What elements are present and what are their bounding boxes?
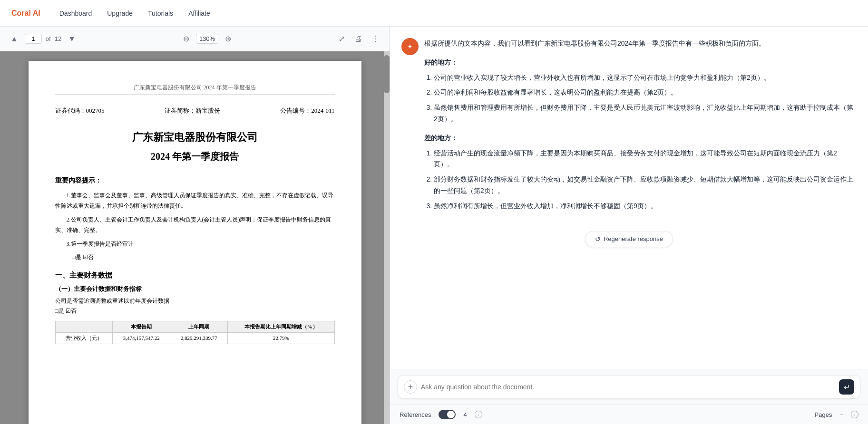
zoom-in-button[interactable]: ⊕ [222,32,234,45]
bad-list: 经营活动产生的现金流量净额下降，主要是因为本期购买商品、接受劳务支付的现金增加，… [424,148,857,212]
nav-dashboard[interactable]: Dashboard [59,10,92,17]
top-nav: Coral AI Dashboard Upgrade Tutorials Aff… [0,0,868,27]
audit-yn: □是 ☑否 [55,253,335,261]
regenerate-label: Regenerate response [604,235,663,242]
plus-icon: + [408,382,413,392]
nav-upgrade[interactable]: Upgrade [107,10,133,17]
response-intro: 根据所提供的文本内容，我们可以看到广东新宝电器股份有限公司2024年第一季度报告… [424,38,857,49]
chat-messages[interactable]: ✦ 根据所提供的文本内容，我们可以看到广东新宝电器股份有限公司2024年第一季度… [390,27,868,369]
pdf-content[interactable]: 广东新宝电器股份有限公司 2024 年第一季度报告 证券代码：002705 证券… [0,51,390,424]
important-title: 重要内容提示： [55,176,335,185]
zoom-level[interactable]: 130% [196,34,218,44]
section1-title: 一、主要财务数据 [55,271,335,280]
col-change: 本报告期比上年同期增减（%） [228,321,334,332]
doc-header: 广东新宝电器股份有限公司 2024 年第一季度报告 [55,84,335,95]
chat-input-area: + ↵ References 4 i Pages − [390,369,868,424]
para2: 2.公司负责人、主管会计工作负责人及会计机构负责人(会计主管人员)声明：保证季度… [55,215,335,235]
col-prior: 上年同期 [170,321,228,332]
chat-send-button[interactable]: ↵ [839,379,854,395]
expand-icon: ⤢ [339,34,345,43]
doc-title-sub: 2024 年第一季度报告 [55,150,335,163]
meta-notice: 公告编号：2024-011 [280,106,334,115]
pdf-page: 广东新宝电器股份有限公司 2024 年第一季度报告 证券代码：002705 证券… [29,61,361,424]
pages-info-icon[interactable]: i [851,411,858,418]
pages-label: Pages [815,411,832,418]
row-col2: 2,829,291,339.77 [170,332,228,344]
send-icon: ↵ [844,383,850,392]
toggle-thumb [447,411,455,418]
bad-item-1: 经营活动产生的现金流量净额下降，主要是因为本期购买商品、接受劳务支付的现金增加，… [434,148,857,171]
page-up-button[interactable]: ▲ [8,33,21,45]
page-of-label: of [46,35,51,42]
col-label [55,321,113,332]
pdf-scrollbar-thumb[interactable] [384,55,390,93]
good-label: 好的地方： [424,57,857,68]
section1: 一、主要财务数据 （一）主要会计数据和财务指标 公司是否需追溯调整或重述以前年度… [55,271,335,344]
references-count: 4 [463,411,467,418]
pdf-panel: ▲ of 12 ▼ ⊖ 130% ⊕ ⤢ 🖨 ⋮ [0,27,390,424]
meta-code: 证券代码：002705 [55,106,105,115]
para1: 1.董事会、监事会及董事、监事、高级管理人员保证季度报告的真实、准确、完整，不存… [55,191,335,211]
ai-avatar-icon: ✦ [407,43,413,50]
chat-attach-button[interactable]: + [404,380,417,394]
good-list: 公司的营业收入实现了较大增长，营业外收入也有所增加，这显示了公司在市场上的竞争力… [424,72,857,125]
chat-bottom-bar: References 4 i Pages − i [390,405,868,424]
zoom-out-icon: ⊖ [183,34,189,43]
chat-bubble: 根据所提供的文本内容，我们可以看到广东新宝电器股份有限公司2024年第一季度报告… [424,38,857,218]
table-note-yn: □是 ☑否 [55,307,335,315]
good-item-3: 虽然销售费用和管理费用有所增长，但财务费用下降，主要是受人民币兑美元汇率波动影响… [434,102,857,125]
ai-avatar: ✦ [401,38,419,55]
references-info-icon[interactable]: i [475,411,482,418]
bad-label: 差的地方： [424,133,857,144]
col-current: 本报告期 [113,321,170,332]
print-button[interactable]: 🖨 [351,33,365,45]
more-icon: ⋮ [371,34,379,43]
nav-tutorials[interactable]: Tutorials [148,10,173,17]
regenerate-button[interactable]: ↺ Regenerate response [585,231,673,247]
meta-abbr: 证券简称：新宝股份 [165,106,220,115]
financial-table: 本报告期 上年同期 本报告期比上年同期增减（%） 营业收入（元） 3,474,1… [55,321,335,344]
regenerate-icon: ↺ [595,235,601,243]
main-area: ▲ of 12 ▼ ⊖ 130% ⊕ ⤢ 🖨 ⋮ [0,27,868,424]
references-toggle[interactable] [439,410,456,419]
table-row: 营业收入（元） 3,474,157,547.22 2,829,291,339.7… [55,332,334,344]
page-total: 12 [55,35,61,42]
row-col3: 22.79% [228,332,334,344]
chat-input-box: + ↵ [398,375,860,399]
page-down-button[interactable]: ▼ [65,33,78,45]
expand-button[interactable]: ⤢ [336,32,348,45]
zoom-in-icon: ⊕ [225,34,231,43]
brand-logo[interactable]: Coral AI [11,9,40,18]
para3: 3.第一季度报告是否经审计 [55,239,335,250]
pages-minus[interactable]: − [839,411,843,418]
row-label: 营业收入（元） [55,332,113,344]
chat-panel: ✦ 根据所提供的文本内容，我们可以看到广东新宝电器股份有限公司2024年第一季度… [390,27,868,424]
section1-sub: （一）主要会计数据和财务指标 [55,285,335,293]
references-label: References [400,411,431,418]
row-col1: 3,474,157,547.22 [113,332,170,344]
table: 本报告期 上年同期 本报告期比上年同期增减（%） 营业收入（元） 3,474,1… [55,321,335,344]
table-note: 公司是否需追溯调整或重述以前年度会计数据 [55,297,335,305]
doc-title-main: 广东新宝电器股份有限公司 [55,130,335,145]
more-options-button[interactable]: ⋮ [369,32,382,45]
good-item-1: 公司的营业收入实现了较大增长，营业外收入也有所增加，这显示了公司在市场上的竞争力… [434,72,857,84]
print-icon: 🖨 [354,35,362,43]
nav-affiliate[interactable]: Affiliate [188,10,210,17]
doc-meta: 证券代码：002705 证券简称：新宝股份 公告编号：2024-011 [55,106,335,115]
pdf-scrollbar[interactable] [384,51,390,424]
chat-input-field[interactable] [421,383,835,391]
zoom-out-button[interactable]: ⊖ [180,32,192,45]
bad-item-3: 虽然净利润有所增长，但营业外收入增加，净利润增长不够稳固（第9页）。 [434,201,857,212]
ai-message: ✦ 根据所提供的文本内容，我们可以看到广东新宝电器股份有限公司2024年第一季度… [401,38,857,218]
bad-item-2: 部分财务数据和财务指标发生了较大的变动，如交易性金融资产下降、应收款项融资减少、… [434,174,857,197]
pdf-toolbar: ▲ of 12 ▼ ⊖ 130% ⊕ ⤢ 🖨 ⋮ [0,27,390,51]
good-item-2: 公司的净利润和每股收益都有显著增长，这表明公司的盈利能力在提高（第2页）。 [434,87,857,98]
regenerate-area: ↺ Regenerate response [401,227,857,255]
page-number-input[interactable] [25,34,42,44]
